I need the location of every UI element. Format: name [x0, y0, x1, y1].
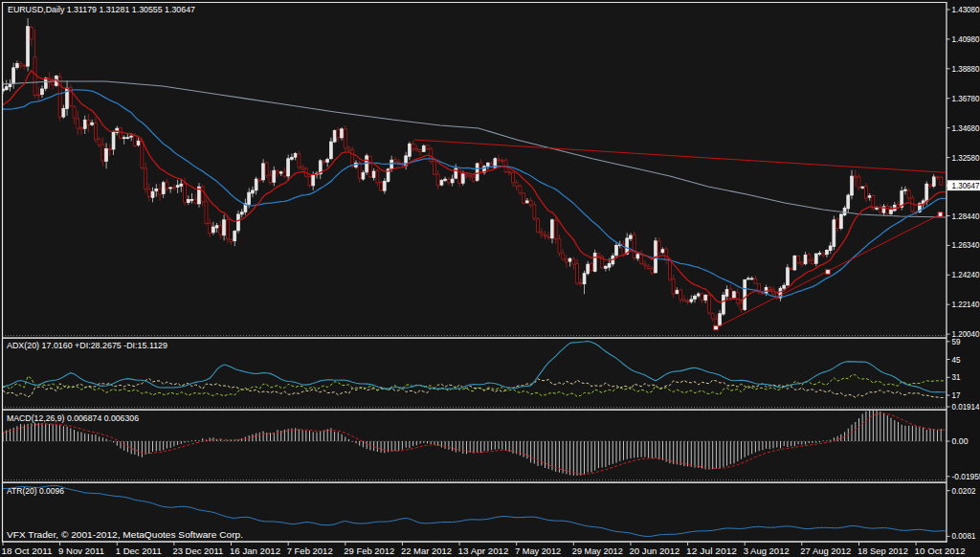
svg-text:18 Sep 2012: 18 Sep 2012	[858, 546, 908, 556]
svg-text:13 Apr 2012: 13 Apr 2012	[458, 546, 509, 556]
svg-text:ATR(20) 0.0096: ATR(20) 0.0096	[7, 486, 64, 496]
svg-text:12 Jul 2012: 12 Jul 2012	[686, 546, 737, 556]
svg-text:MACD(12,26,9) 0.006874 0.00630: MACD(12,26,9) 0.006874 0.006306	[7, 413, 139, 423]
svg-text:0.01914: 0.01914	[952, 402, 980, 412]
svg-text:31: 31	[952, 372, 961, 382]
svg-text:1 Dec 2011: 1 Dec 2011	[116, 546, 162, 556]
svg-text:0.0081: 0.0081	[952, 531, 976, 541]
svg-text:23 Dec 2011: 23 Dec 2011	[172, 546, 223, 556]
svg-text:VFX Trader, © 2001-2012, MetaQ: VFX Trader, © 2001-2012, MetaQuotes Soft…	[7, 529, 243, 540]
svg-text:0.0202: 0.0202	[952, 486, 976, 496]
svg-text:3 Aug 2012: 3 Aug 2012	[744, 546, 790, 556]
svg-text:1.22140: 1.22140	[952, 300, 980, 309]
svg-text:29 Feb 2012: 29 Feb 2012	[344, 546, 394, 556]
svg-text:10 Oct 2012: 10 Oct 2012	[915, 546, 966, 556]
svg-text:9 Nov 2011: 9 Nov 2011	[58, 546, 104, 556]
svg-text:ADX(20) 17.0160 +DI:28.2675 -D: ADX(20) 17.0160 +DI:28.2675 -DI:15.1129	[7, 341, 167, 350]
svg-text:1.43080: 1.43080	[952, 5, 980, 14]
svg-text:1.34680: 1.34680	[952, 123, 980, 133]
svg-text:27 Aug 2012: 27 Aug 2012	[800, 546, 851, 556]
svg-text:EURUSD,Daily 1.31179 1.31281: EURUSD,Daily 1.31179 1.31281 1.30555 1.3…	[8, 5, 195, 14]
svg-text:18 Oct 2011: 18 Oct 2011	[2, 546, 53, 556]
svg-text:7 Feb 2012: 7 Feb 2012	[287, 546, 333, 556]
svg-text:1.28440: 1.28440	[952, 212, 980, 221]
svg-text:1.32580: 1.32580	[952, 153, 980, 163]
svg-text:1.38880: 1.38880	[952, 64, 980, 74]
svg-text:1.26340: 1.26340	[952, 240, 980, 250]
svg-text:1.36780: 1.36780	[952, 94, 980, 103]
svg-text:1.40980: 1.40980	[952, 34, 980, 44]
svg-text:59: 59	[952, 337, 961, 346]
svg-text:20 Jun 2012: 20 Jun 2012	[629, 546, 679, 556]
svg-text:22 Mar 2012: 22 Mar 2012	[401, 546, 452, 556]
svg-text:45: 45	[952, 355, 961, 365]
svg-text:17: 17	[952, 390, 961, 400]
svg-text:0.00: 0.00	[952, 436, 969, 446]
svg-text:16 Jan 2012: 16 Jan 2012	[230, 546, 280, 556]
svg-text:1.30647: 1.30647	[952, 181, 980, 190]
svg-text:7 May 2012: 7 May 2012	[515, 546, 561, 556]
svg-text:-0.01955: -0.01955	[952, 472, 980, 481]
svg-text:1.24240: 1.24240	[952, 270, 980, 279]
svg-text:29 May 2012: 29 May 2012	[572, 546, 623, 556]
